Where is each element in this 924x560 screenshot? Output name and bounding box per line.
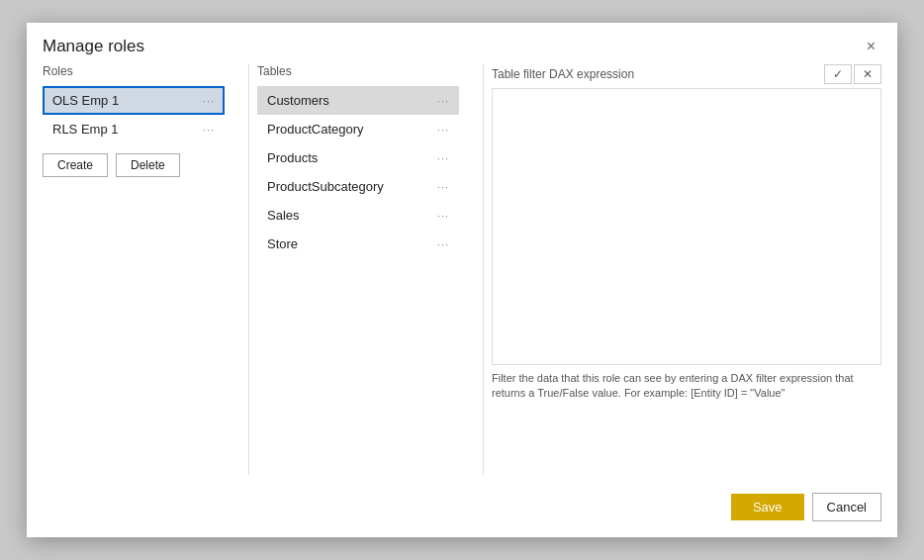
role-buttons: Create Delete [43, 153, 225, 177]
table-item-dots[interactable]: ··· [437, 152, 449, 164]
dax-action-buttons: ✓ ✕ [824, 64, 881, 84]
role-item-dots[interactable]: ··· [203, 124, 215, 136]
delete-button[interactable]: Delete [116, 153, 180, 177]
roles-panel-label: Roles [43, 64, 225, 78]
dialog-body: Roles OLS Emp 1 ··· RLS Emp 1 ··· Create… [27, 64, 897, 483]
divider-roles-tables [248, 64, 249, 475]
roles-panel: Roles OLS Emp 1 ··· RLS Emp 1 ··· Create… [43, 64, 240, 475]
table-item-productcategory[interactable]: ProductCategory ··· [257, 115, 459, 143]
dax-expression-input[interactable] [492, 88, 881, 365]
role-item-label: RLS Emp 1 [52, 122, 118, 137]
save-button[interactable]: Save [731, 494, 804, 520]
table-item-label: Products [267, 150, 318, 165]
roles-list: OLS Emp 1 ··· RLS Emp 1 ··· [43, 86, 225, 143]
close-button[interactable]: × [861, 37, 881, 56]
dax-panel-label: Table filter DAX expression [492, 67, 634, 81]
dialog-title: Manage roles [43, 37, 144, 56]
tables-panel-label: Tables [257, 64, 459, 78]
table-item-productsubcategory[interactable]: ProductSubcategory ··· [257, 172, 459, 201]
table-item-label: Customers [267, 93, 329, 108]
table-item-dots[interactable]: ··· [437, 181, 449, 193]
table-item-label: Store [267, 236, 298, 251]
role-item-ols[interactable]: OLS Emp 1 ··· [43, 86, 225, 115]
table-item-store[interactable]: Store ··· [257, 230, 459, 258]
table-item-customers[interactable]: Customers ··· [257, 86, 459, 115]
dax-hint-text: Filter the data that this role can see b… [492, 371, 881, 402]
table-item-dots[interactable]: ··· [437, 95, 449, 107]
table-item-dots[interactable]: ··· [437, 238, 449, 250]
dax-header: Table filter DAX expression ✓ ✕ [492, 64, 881, 84]
table-item-sales[interactable]: Sales ··· [257, 201, 459, 230]
role-item-label: OLS Emp 1 [52, 93, 119, 108]
tables-list: Customers ··· ProductCategory ··· Produc… [257, 86, 459, 258]
role-item-rls[interactable]: RLS Emp 1 ··· [43, 115, 225, 143]
dax-check-button[interactable]: ✓ [824, 64, 852, 84]
manage-roles-dialog: Manage roles × Roles OLS Emp 1 ··· RLS E… [27, 23, 897, 537]
table-item-label: ProductCategory [267, 122, 364, 137]
table-item-products[interactable]: Products ··· [257, 143, 459, 172]
create-button[interactable]: Create [43, 153, 108, 177]
dialog-titlebar: Manage roles × [27, 23, 897, 64]
table-item-label: Sales [267, 208, 300, 223]
dax-panel: Table filter DAX expression ✓ ✕ Filter t… [492, 64, 881, 475]
table-item-dots[interactable]: ··· [437, 210, 449, 222]
role-item-dots[interactable]: ··· [203, 95, 215, 107]
table-item-dots[interactable]: ··· [437, 124, 449, 136]
dax-x-button[interactable]: ✕ [854, 64, 881, 84]
tables-panel: Tables Customers ··· ProductCategory ···… [257, 64, 475, 475]
dialog-footer: Save Cancel [27, 483, 897, 537]
cancel-button[interactable]: Cancel [812, 493, 881, 521]
table-item-label: ProductSubcategory [267, 179, 384, 194]
divider-tables-dax [483, 64, 484, 475]
